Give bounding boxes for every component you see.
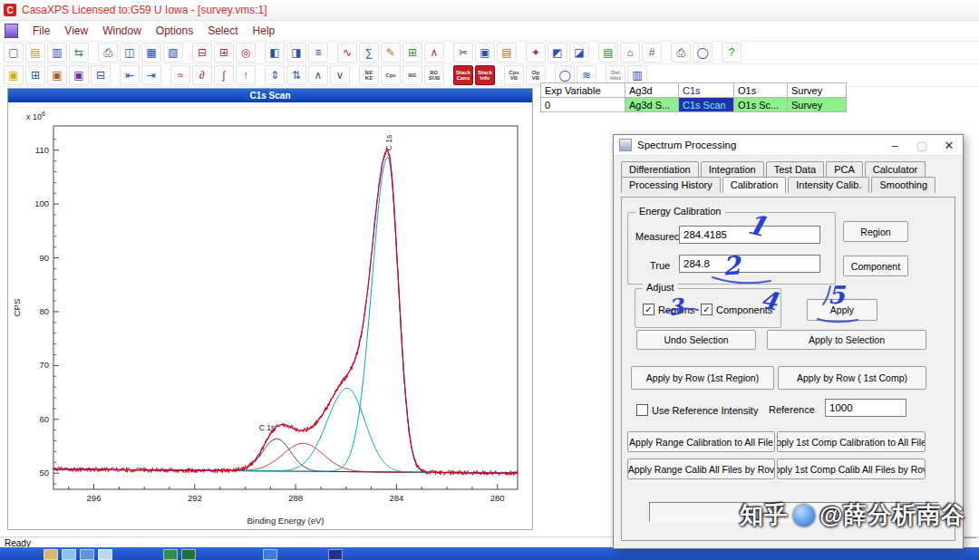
menu-file[interactable]: File <box>25 24 57 37</box>
apply-range-calibration-all-files-button[interactable]: Apply Range Calibration to All File <box>627 431 775 452</box>
colors-icon[interactable]: ▣ <box>69 65 89 85</box>
table-cell[interactable]: 0 <box>541 98 625 112</box>
open-file-icon[interactable]: ▤ <box>25 43 45 63</box>
browser-icon[interactable]: ⌂ <box>620 43 640 63</box>
taskbar-window-3[interactable] <box>80 549 94 560</box>
taskbar-window-1[interactable] <box>44 549 58 560</box>
annotation-icon[interactable]: ✎ <box>381 43 401 63</box>
print-report-icon[interactable]: ⎙ <box>671 43 691 63</box>
taskbar-window-2[interactable] <box>62 549 76 560</box>
spectrum-window-caption[interactable]: C1s Scan <box>8 89 532 102</box>
scrolled-page-icon[interactable]: ▧ <box>163 43 183 63</box>
region-button[interactable]: Region <box>843 221 908 242</box>
page-color-icon[interactable]: ▣ <box>4 65 24 85</box>
regions-checkbox-box[interactable]: ✓ <box>643 304 654 315</box>
spectrum-peak-icon[interactable]: ∧ <box>424 43 444 63</box>
components-checkbox-box[interactable]: ✓ <box>701 304 712 315</box>
menu-help[interactable]: Help <box>246 24 283 37</box>
apply-to-selection-button[interactable]: Apply to Selection <box>767 330 926 350</box>
calculator-icon[interactable]: # <box>642 43 662 63</box>
copy-icon[interactable]: ▣ <box>475 43 495 63</box>
tab-processing-history[interactable]: Processing History <box>621 177 721 193</box>
zoom-reset-icon[interactable]: ◎ <box>236 43 256 63</box>
zoom-in-icon[interactable]: ⊞ <box>214 43 234 63</box>
table-cell[interactable]: O1s Sc... <box>734 98 788 112</box>
dialog-caption[interactable]: Spectrum Processing – ▢ ✕ <box>614 135 963 156</box>
table-cell[interactable]: Ag3d S... <box>625 98 679 112</box>
stack-cans-icon[interactable]: Stack Cans <box>453 65 473 85</box>
minimize-icon[interactable]: – <box>881 135 908 155</box>
taskbar-window-5[interactable] <box>163 549 178 560</box>
maximize-icon[interactable]: ▢ <box>908 135 935 155</box>
element-library-icon[interactable]: ⊞ <box>402 43 422 63</box>
apply-1st-comp-calib-all-files-by-row-button[interactable]: pply 1st Comp Calib All Files by Rov <box>777 459 926 479</box>
raise-spectrum-icon[interactable]: ↑ <box>236 65 256 85</box>
tile-pages-icon[interactable]: ▦ <box>141 43 161 63</box>
tile-display-icon[interactable]: ⊞ <box>25 65 45 85</box>
expand-axes-icon[interactable]: ⇕ <box>265 65 285 85</box>
background-icon[interactable]: BG <box>402 65 422 85</box>
tab-calculator[interactable]: Calculator <box>865 161 926 178</box>
save-icon[interactable]: ▥ <box>47 43 67 63</box>
tile-rows-icon[interactable]: ◧ <box>265 43 285 63</box>
use-reference-checkbox-box[interactable] <box>636 404 648 416</box>
taskbar-window-7[interactable] <box>263 549 277 560</box>
true-energy-input[interactable] <box>679 255 820 273</box>
report-icon[interactable]: ▤ <box>598 43 618 63</box>
background-subtract-icon[interactable]: BG SUB <box>424 65 444 85</box>
new-file-icon[interactable]: ▢ <box>4 43 24 63</box>
taskbar-window-8[interactable] <box>328 549 343 560</box>
reference-input[interactable] <box>825 399 906 417</box>
stack-info-icon[interactable]: Stack Info <box>475 65 495 85</box>
windows-taskbar[interactable] <box>0 547 979 560</box>
zoom-out-icon[interactable]: ⊟ <box>192 43 212 63</box>
quantify-icon[interactable]: ∑ <box>359 43 379 63</box>
overlay-spectra-icon[interactable]: ≡ <box>308 43 328 63</box>
display-settings-icon[interactable]: ▣ <box>47 65 67 85</box>
cps-vb-icon[interactable]: Cps VB <box>504 65 524 85</box>
menu-window[interactable]: Window <box>95 24 149 37</box>
close-icon[interactable]: ✕ <box>935 135 963 155</box>
shrink-axes-icon[interactable]: ⇅ <box>286 65 306 85</box>
column-header-o1s[interactable]: O1s <box>734 83 788 98</box>
components-tool-icon[interactable]: ◪ <box>569 43 589 63</box>
tab-calibration[interactable]: Calibration <box>722 177 787 193</box>
first-page-icon[interactable]: ⇤ <box>120 65 140 85</box>
tab-intensity-calib-[interactable]: Intensity Calib. <box>788 177 869 193</box>
apply-range-calib-all-files-by-row-button[interactable]: Apply Range Calib All Files by Rov <box>627 459 775 479</box>
tab-test-data[interactable]: Test Data <box>766 161 824 178</box>
step-down-icon[interactable]: ∨ <box>330 65 350 85</box>
print-icon[interactable]: ⎙ <box>98 43 118 63</box>
tab-differentiation[interactable]: Differentiation <box>621 161 699 178</box>
document-icon[interactable] <box>5 24 18 38</box>
step-up-icon[interactable]: ∧ <box>308 65 328 85</box>
table-cell[interactable]: Survey <box>788 98 847 112</box>
grid-icon[interactable]: ⊟ <box>91 65 111 85</box>
differentiate-icon[interactable]: ∂ <box>192 65 212 85</box>
menu-select[interactable]: Select <box>200 24 245 37</box>
convert-file-icon[interactable]: ⇆ <box>69 43 89 63</box>
regions-tool-icon[interactable]: ◩ <box>548 43 567 63</box>
column-header-exp-variable[interactable]: Exp Variable <box>541 83 625 98</box>
paste-icon[interactable]: ▤ <box>497 43 517 63</box>
undo-selection-button[interactable]: Undo Selection <box>636 330 756 350</box>
use-reference-checkbox[interactable]: Use Reference Intensity <box>636 404 758 416</box>
print-preview-icon[interactable]: ◫ <box>120 43 140 63</box>
taskbar-window-6[interactable] <box>181 549 196 560</box>
integrate-icon[interactable]: ∫ <box>214 65 234 85</box>
apply-by-row-comp-button[interactable]: Apply by Row ( 1st Comp) <box>778 366 926 390</box>
table-cell[interactable]: C1s Scan <box>679 98 734 112</box>
menu-options[interactable]: Options <box>149 24 200 37</box>
tab-pca[interactable]: PCA <box>826 161 863 178</box>
be-ke-toggle-icon[interactable]: BE KE <box>359 65 379 85</box>
smooth-icon[interactable]: ≈ <box>170 65 190 85</box>
apply-by-row-region-button[interactable]: Apply by Row (1st Region) <box>631 366 774 390</box>
tile-columns-icon[interactable]: ◨ <box>286 43 306 63</box>
column-header-survey[interactable]: Survey <box>788 83 847 98</box>
component-button[interactable]: Component <box>843 256 908 276</box>
column-header-c1s[interactable]: C1s <box>679 83 734 98</box>
help-icon[interactable]: ? <box>722 43 742 63</box>
marker-icon[interactable]: ✦ <box>526 43 546 63</box>
tab-integration[interactable]: Integration <box>701 161 764 178</box>
last-page-icon[interactable]: ⇥ <box>141 65 161 85</box>
